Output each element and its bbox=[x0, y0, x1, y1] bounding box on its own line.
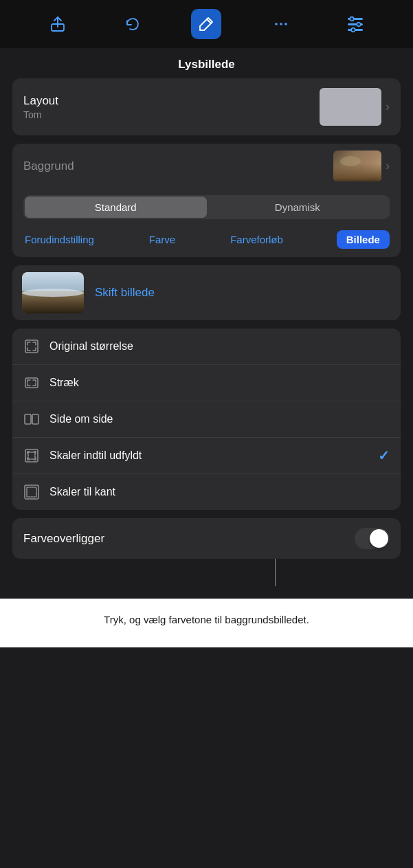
segment-standard[interactable]: Standard bbox=[25, 197, 207, 218]
option-skaler-kant[interactable]: Skaler til kant bbox=[12, 474, 401, 510]
tab-forudindstilling[interactable]: Forudindstilling bbox=[23, 231, 96, 248]
toggle-label: Farveoverligger bbox=[23, 532, 104, 546]
svg-rect-17 bbox=[27, 487, 36, 497]
option-side-om-side[interactable]: Side om side bbox=[12, 401, 401, 438]
option-original[interactable]: Original størrelse bbox=[12, 329, 401, 365]
image-picker-row[interactable]: Skift billede bbox=[12, 265, 401, 320]
share-button[interactable] bbox=[43, 9, 73, 39]
option-original-label: Original størrelse bbox=[49, 340, 390, 353]
background-thumbnail bbox=[333, 151, 381, 181]
background-row[interactable]: Baggrund › bbox=[12, 144, 401, 188]
tab-farve[interactable]: Farve bbox=[148, 231, 177, 248]
tab-row: Forudindstilling Farve Farveforløb Bille… bbox=[12, 225, 401, 257]
straek-icon bbox=[23, 375, 40, 391]
svg-rect-11 bbox=[25, 378, 38, 388]
layout-text: Layout Tom bbox=[23, 94, 58, 120]
svg-rect-12 bbox=[25, 414, 31, 424]
option-skaler-udfyldt-label: Skaler indtil udfyldt bbox=[49, 449, 368, 462]
more-button[interactable] bbox=[266, 9, 296, 39]
checkmark-icon: ✓ bbox=[378, 447, 390, 464]
svg-point-7 bbox=[350, 17, 354, 21]
tooltip-area: Tryk, og vælg farvetone til baggrundsbil… bbox=[0, 599, 413, 647]
option-skaler-udfyldt[interactable]: Skaler indtil udfyldt ✓ bbox=[12, 438, 401, 474]
layout-thumb-area: › bbox=[320, 88, 390, 126]
layout-chevron-icon: › bbox=[386, 100, 390, 114]
page-title-text: Lysbillede bbox=[178, 58, 235, 71]
side-om-side-icon bbox=[23, 411, 40, 427]
svg-rect-15 bbox=[28, 452, 35, 459]
farveoverligger-toggle[interactable] bbox=[355, 528, 390, 549]
change-image-button[interactable]: Skift billede bbox=[95, 286, 155, 300]
background-label: Baggrund bbox=[23, 159, 74, 173]
background-section[interactable]: Baggrund › Standard Dynamisk Forudindsti… bbox=[12, 144, 401, 257]
toggle-row: Farveoverligger bbox=[12, 518, 401, 559]
skaler-kant-icon bbox=[23, 484, 40, 500]
tooltip-text: Tryk, og vælg farvetone til baggrundsbil… bbox=[27, 612, 386, 627]
layout-title: Layout bbox=[23, 94, 58, 108]
settings-button[interactable] bbox=[340, 9, 370, 39]
farveoverligger-card: Farveoverligger bbox=[12, 518, 401, 559]
layout-section[interactable]: Layout Tom › bbox=[12, 78, 401, 135]
layout-row[interactable]: Layout Tom › bbox=[12, 78, 401, 135]
option-side-om-side-label: Side om side bbox=[49, 413, 390, 425]
indicator-line bbox=[275, 559, 276, 586]
option-skaler-kant-label: Skaler til kant bbox=[49, 486, 390, 498]
segmented-control-wrap: Standard Dynamisk bbox=[12, 188, 401, 225]
toggle-knob bbox=[370, 529, 388, 548]
indicator-line-wrap bbox=[12, 559, 401, 586]
segmented-control: Standard Dynamisk bbox=[23, 195, 390, 219]
options-list: Original størrelse Stræk Side om side bbox=[12, 329, 401, 510]
svg-point-8 bbox=[357, 23, 361, 27]
segment-dynamisk[interactable]: Dynamisk bbox=[207, 197, 389, 218]
svg-rect-13 bbox=[32, 414, 38, 424]
background-thumb-area: › bbox=[333, 151, 390, 181]
svg-point-3 bbox=[284, 23, 287, 25]
original-size-icon bbox=[23, 338, 40, 355]
wave-overlay bbox=[22, 289, 84, 297]
layout-subtitle: Tom bbox=[23, 109, 58, 120]
option-straek-label: Stræk bbox=[49, 377, 390, 389]
option-straek[interactable]: Stræk bbox=[12, 365, 401, 401]
svg-point-2 bbox=[280, 23, 282, 25]
svg-point-1 bbox=[275, 23, 278, 25]
background-chevron-icon: › bbox=[386, 159, 390, 173]
page-title: Lysbillede bbox=[0, 48, 413, 78]
svg-point-9 bbox=[351, 28, 355, 32]
toolbar bbox=[0, 0, 413, 48]
brush-button[interactable] bbox=[191, 9, 221, 39]
layout-thumbnail bbox=[320, 88, 381, 126]
current-image-preview bbox=[22, 272, 84, 313]
undo-button[interactable] bbox=[117, 9, 147, 39]
tab-billede[interactable]: Billede bbox=[337, 230, 390, 249]
skaler-udfyldt-icon bbox=[23, 447, 40, 464]
tab-farveforloeb[interactable]: Farveforløb bbox=[229, 231, 284, 248]
